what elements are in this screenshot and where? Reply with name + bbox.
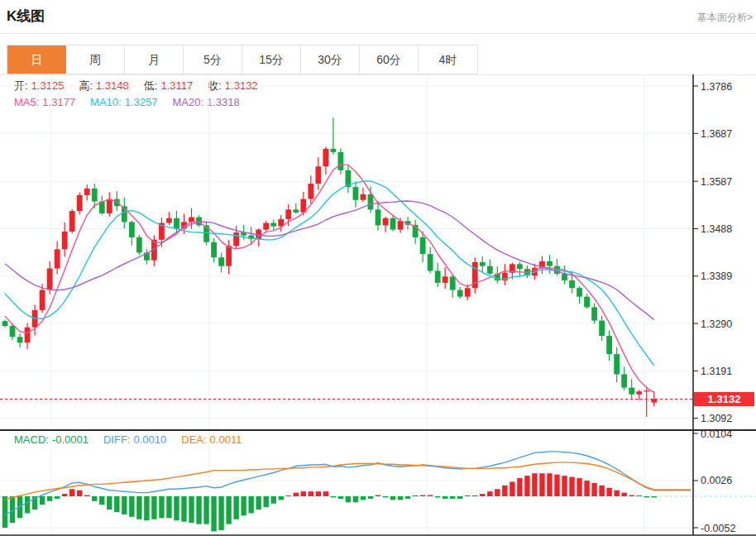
hist-bar-down [136,496,141,519]
candle-body [211,242,217,258]
tab-3[interactable]: 5分 [184,45,242,74]
hist-bar-down [159,496,164,518]
hist-bar-down [271,496,276,504]
dea-value: 0.0011 [210,433,242,446]
tab-6[interactable]: 60分 [360,45,419,74]
candle-body [69,211,75,232]
candle-body [17,337,23,342]
hist-bar-down [443,496,447,499]
candle-body [92,189,98,202]
candle-body [233,232,239,246]
tab-1[interactable]: 周 [66,45,125,74]
candle-body [376,209,381,225]
hist-bar-down [2,496,7,528]
dea-label: DEA: [181,433,206,446]
candle-body [368,194,374,210]
candle-body [47,269,53,290]
hist-bar-up [69,489,74,496]
y-axis-label: 1.3786 [701,81,732,93]
tab-7[interactable]: 4时 [419,45,477,74]
hist-bar-up [569,477,574,496]
candles [2,117,658,417]
candle-body [435,270,441,282]
y-axis-label: -0.0052 [701,523,735,534]
candle-body [174,218,179,229]
candle-body [218,257,224,266]
hist-bar-down [166,496,171,518]
candle-body [450,276,456,290]
hist-bar-up [62,494,67,496]
tab-2[interactable]: 月 [125,45,184,74]
hist-bar-down [338,496,343,499]
hist-bar-down [196,496,201,524]
candle-body [487,266,493,274]
hist-bar-up [495,489,500,496]
candle-body [398,221,404,229]
candle-body [420,237,426,254]
hist-bar-down [457,496,462,499]
hist-bar-up [465,495,470,496]
hist-bar-up [547,473,552,496]
candle-body [621,374,627,387]
hist-bar-up [294,493,299,496]
candle-body [315,166,321,184]
y-axis-label: 1.3488 [701,223,732,235]
tab-5[interactable]: 30分 [301,45,360,74]
hist-bar-down [218,496,223,530]
y-axis-label: 1.3687 [701,128,732,140]
hist-bar-down [331,496,336,497]
hist-bar-down [99,496,104,505]
candle-body [547,261,553,266]
candle-body [338,152,344,170]
candle-body [443,276,448,283]
hist-bar-down [114,496,119,512]
candlestick-chart[interactable]: 1.37861.36871.35871.34881.33891.32901.31… [0,73,756,429]
fundamental-analysis-link[interactable]: 基本面分析> [697,11,753,25]
hist-bar-up [637,495,642,496]
tab-4[interactable]: 15分 [242,45,301,74]
candle-body [517,264,523,269]
kline-app: K线图 基本面分析> 日周月5分15分30分60分4时 开:1.3125高:1.… [0,0,756,536]
hist-bar-up [480,494,485,496]
hist-bar-down [47,496,52,501]
candle-body [129,222,135,237]
hist-bar-down [405,496,410,499]
hist-bar-down [361,496,366,500]
candle-body [577,288,582,296]
macd-label: MACD: [14,433,49,446]
hist-bar-down [129,496,134,517]
hist-bar-up [532,473,537,496]
candle-body [107,199,112,213]
hist-bar-down [40,496,45,505]
hist-bar-down [450,496,455,499]
period-tabbar: 日周月5分15分30分60分4时 [7,45,478,74]
hist-bar-up [413,495,418,496]
hist-bar-up [614,491,619,496]
hist-bar-up [472,495,477,496]
candle-body [591,307,597,320]
tab-0-active[interactable]: 日 [7,45,66,74]
hist-bar-down [151,496,156,519]
candle-body [353,187,359,200]
hist-bar-down [353,496,358,502]
hist-bar-up [309,491,313,496]
hist-bar-down [652,496,657,497]
hist-bar-down [122,496,127,514]
candle-body [77,195,83,211]
hist-bar-up [420,495,425,496]
candle-body [606,336,612,354]
candle-body [84,189,90,195]
candle-body [25,328,31,343]
hist-bar-up [606,488,611,496]
hist-bar-up [577,478,581,496]
candle-body [293,209,299,212]
hist-bar-down [144,496,149,520]
hist-bar-up [502,486,507,496]
hist-bar-down [279,496,284,500]
candle-body [599,321,605,337]
candle-body [40,290,45,310]
hist-bar-up [554,475,559,496]
hist-bar-down [203,496,208,524]
hist-bar-down [189,496,194,523]
page-title: K线图 [7,7,45,26]
